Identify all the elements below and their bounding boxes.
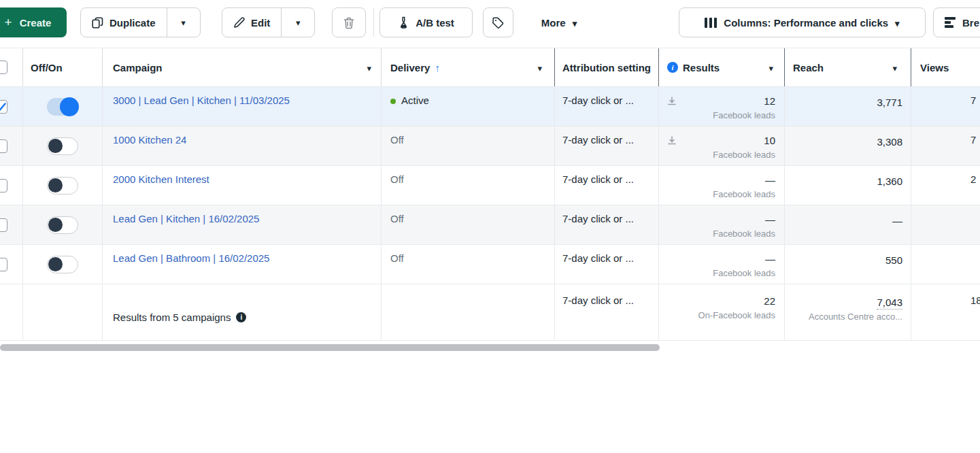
results-cell: — Facebook leads (658, 166, 784, 205)
campaign-toggle-on[interactable] (47, 98, 78, 116)
table-row: 1000 Kitchen 24 Off 7-day click or ... 1… (0, 127, 980, 166)
campaign-toggle-off[interactable] (47, 216, 78, 234)
attribution-value: 7-day click or ... (562, 252, 634, 264)
summary-empty-cell (0, 284, 22, 340)
edit-button[interactable]: Edit (222, 8, 281, 37)
campaign-header-label: Campaign (113, 62, 163, 73)
ab-test-button[interactable]: A/B test (379, 7, 473, 37)
row-checkbox-cell (0, 245, 22, 284)
column-header-attribution[interactable]: Attribution setting (554, 48, 658, 86)
results-value: 10 (666, 133, 775, 148)
attribution-value: 7-day click or ... (562, 95, 634, 106)
chevron-down-icon[interactable] (367, 62, 371, 73)
views-value: 7 (970, 134, 976, 146)
row-checkbox[interactable] (0, 179, 7, 192)
delivery-cell: Off (381, 245, 554, 284)
chevron-down-icon[interactable] (537, 62, 542, 73)
results-sub-label: Facebook leads (666, 148, 775, 162)
campaign-link[interactable]: Lead Gen | Kitchen | 16/02/2025 (113, 213, 259, 224)
more-button-label: More (541, 17, 566, 29)
table-row: Lead Gen | Bathroom | 16/02/2025 Off 7-d… (0, 245, 980, 284)
results-sub-label: Facebook leads (666, 188, 775, 201)
campaign-cell: 3000 | Lead Gen | Kitchen | 11/03/2025 (102, 87, 381, 126)
chevron-down-icon[interactable] (768, 62, 773, 73)
off-on-cell (22, 166, 102, 205)
chevron-down-icon[interactable] (892, 62, 897, 73)
duplicate-button[interactable]: Duplicate (81, 8, 167, 37)
attribution-cell: 7-day click or ... (554, 205, 658, 244)
campaign-cell: Lead Gen | Bathroom | 16/02/2025 (102, 245, 381, 284)
info-icon[interactable]: i (236, 312, 246, 322)
reach-cell: — (784, 205, 911, 244)
campaign-link[interactable]: Lead Gen | Bathroom | 16/02/2025 (113, 252, 269, 264)
reach-cell: 3,771 (784, 87, 911, 126)
results-value: — (666, 212, 775, 227)
results-header-label: Results (683, 62, 720, 73)
columns-button[interactable]: Columns: Performance and clicks (679, 7, 926, 37)
ab-test-button-label: A/B test (416, 17, 454, 29)
horizontal-scrollbar[interactable] (0, 344, 660, 351)
campaign-link[interactable]: 1000 Kitchen 24 (113, 134, 186, 146)
row-checkbox[interactable] (0, 139, 7, 153)
create-button[interactable]: Create (0, 7, 67, 37)
summary-label-cell: Results from 5 campaigns i (102, 284, 381, 340)
column-header-campaign[interactable]: Campaign (102, 48, 381, 86)
reach-total[interactable]: 7,043 (877, 297, 902, 309)
campaign-toggle-off[interactable] (47, 256, 78, 273)
toggle-knob (48, 218, 63, 232)
column-header-reach[interactable]: Reach (784, 48, 911, 86)
tag-button[interactable] (483, 7, 513, 37)
row-checkbox[interactable] (0, 218, 7, 232)
column-header-views[interactable]: Views (911, 48, 980, 86)
views-cell: 7 (911, 87, 980, 126)
campaign-link[interactable]: 2000 Kitchen Interest (113, 173, 209, 185)
summary-empty-cell (22, 284, 102, 340)
toolbar: Create Duplicate Edit (0, 0, 980, 45)
select-all-checkbox[interactable] (0, 61, 7, 74)
more-button[interactable]: More (525, 7, 593, 37)
summary-results-cell: 22 On-Facebook leads (658, 284, 784, 340)
row-checkbox[interactable] (0, 258, 7, 271)
edit-dropdown-button[interactable] (281, 8, 314, 37)
reach-value: 550 (885, 254, 902, 266)
off-on-cell (22, 127, 102, 165)
summary-attribution-cell: 7-day click or ... (554, 284, 658, 340)
results-value: 12 (666, 93, 775, 109)
views-cell: 2 (911, 166, 980, 205)
attribution-value: 7-day click or ... (562, 173, 634, 185)
create-button-label: Create (20, 17, 52, 29)
info-icon[interactable]: i (667, 62, 678, 73)
duplicate-dropdown-button[interactable] (167, 8, 200, 37)
summary-delivery-cell (381, 284, 554, 340)
download-icon[interactable] (667, 134, 677, 150)
views-cell: 7 (911, 127, 980, 165)
campaign-toggle-off[interactable] (47, 177, 78, 195)
row-checkbox-checked[interactable] (0, 100, 7, 114)
results-sub-label: Facebook leads (666, 109, 775, 122)
results-cell: — Facebook leads (658, 245, 784, 284)
campaigns-table: Off/On Campaign Delivery Attribution set… (0, 48, 980, 342)
download-icon[interactable] (667, 95, 677, 110)
delivery-status: Off (390, 213, 404, 224)
breakdown-icon (945, 17, 956, 28)
row-checkbox-cell (0, 166, 22, 205)
views-total: 18 (970, 295, 980, 306)
reach-value: 3,308 (877, 136, 902, 148)
column-header-results[interactable]: iResults (658, 48, 784, 86)
attribution-value: 7-day click or ... (562, 134, 634, 146)
campaign-link[interactable]: 3000 | Lead Gen | Kitchen | 11/03/2025 (113, 95, 290, 106)
campaign-cell: 2000 Kitchen Interest (102, 166, 381, 205)
campaign-toggle-off[interactable] (47, 137, 78, 155)
sort-ascending-icon[interactable] (435, 62, 440, 73)
toggle-knob (48, 257, 63, 271)
table-header-row: Off/On Campaign Delivery Attribution set… (0, 48, 980, 87)
table-row: Lead Gen | Kitchen | 16/02/2025 Off 7-da… (0, 205, 980, 245)
attribution-cell: 7-day click or ... (554, 127, 658, 165)
row-checkbox-cell (0, 205, 22, 244)
campaign-cell: 1000 Kitchen 24 (102, 127, 381, 165)
breakdown-button[interactable]: Bre (933, 7, 980, 37)
attribution-cell: 7-day click or ... (554, 245, 658, 284)
views-header-label: Views (920, 62, 949, 73)
column-header-delivery[interactable]: Delivery (381, 48, 554, 86)
delete-button[interactable] (332, 7, 366, 37)
